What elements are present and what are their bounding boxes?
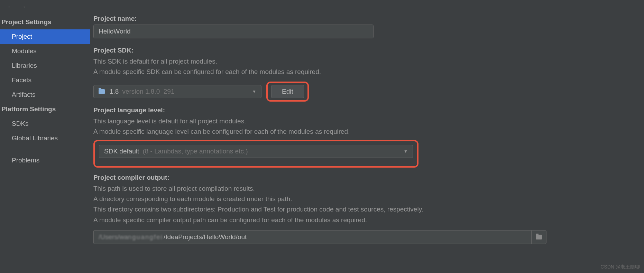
sidebar-item-sdks[interactable]: SDKs [0, 116, 90, 131]
sidebar-item-project[interactable]: Project [0, 29, 90, 44]
watermark: CSDN @老王随聊 [600, 264, 640, 270]
browse-button[interactable] [531, 230, 546, 244]
project-sdk-dropdown[interactable]: 1.8 version 1.8.0_291 ▼ [93, 85, 261, 98]
path-obscured-prefix: /Users/wan [99, 233, 131, 241]
sidebar-item-global-libraries[interactable]: Global Libraries [0, 131, 90, 145]
path-suffix: /IdeaProjects/HelloWorld/out [164, 233, 247, 241]
compiler-output-desc2: A directory corresponding to each module… [93, 194, 634, 204]
language-level-detail: (8 - Lambdas, type annotations etc.) [142, 148, 248, 155]
edit-highlight: Edit [266, 82, 309, 102]
compiler-output-desc1: This path is used to store all project c… [93, 183, 634, 194]
project-settings-heading: Project Settings [0, 15, 90, 29]
sidebar-item-modules[interactable]: Modules [0, 44, 90, 58]
chevron-down-icon: ▼ [252, 89, 256, 94]
project-name-label: Project name: [93, 15, 634, 22]
forward-arrow-icon[interactable]: → [19, 3, 26, 11]
folder-open-icon [536, 235, 542, 239]
compiler-output-label: Project compiler output: [93, 174, 634, 181]
language-level-dropdown[interactable]: SDK default (8 - Lambdas, type annotatio… [99, 145, 413, 158]
sidebar-item-libraries[interactable]: Libraries [0, 58, 90, 73]
compiler-output-desc4: A module specific compiler output path c… [93, 215, 634, 225]
main-panel: Project name: Project SDK: This SDK is d… [90, 13, 644, 273]
sdk-version: version 1.8.0_291 [122, 88, 174, 95]
project-sdk-label: Project SDK: [93, 47, 634, 54]
edit-button[interactable]: Edit [271, 85, 304, 98]
project-sdk-desc1: This SDK is default for all project modu… [93, 56, 634, 67]
sidebar-item-problems[interactable]: Problems [0, 153, 90, 168]
sidebar: Project Settings Project Modules Librari… [0, 13, 90, 273]
sdk-name: 1.8 [110, 88, 119, 95]
language-level-main: SDK default [104, 148, 139, 155]
folder-icon [99, 89, 105, 94]
language-level-label: Project language level: [93, 106, 634, 114]
compiler-output-input[interactable]: /Users/wanguangfei/IdeaProjects/HelloWor… [93, 230, 531, 244]
chevron-down-icon: ▼ [404, 149, 408, 154]
language-level-desc1: This language level is default for all p… [93, 116, 634, 126]
language-level-desc2: A module specific language level can be … [93, 126, 634, 137]
project-sdk-desc2: A module specific SDK can be configured … [93, 67, 634, 77]
platform-settings-heading: Platform Settings [0, 102, 90, 116]
sidebar-item-artifacts[interactable]: Artifacts [0, 87, 90, 102]
project-name-input[interactable] [93, 25, 374, 38]
compiler-output-desc3: This directory contains two subdirectori… [93, 204, 634, 215]
back-arrow-icon[interactable]: ← [7, 3, 14, 11]
sidebar-item-facets[interactable]: Facets [0, 73, 90, 87]
language-level-highlight: SDK default (8 - Lambdas, type annotatio… [93, 140, 418, 168]
